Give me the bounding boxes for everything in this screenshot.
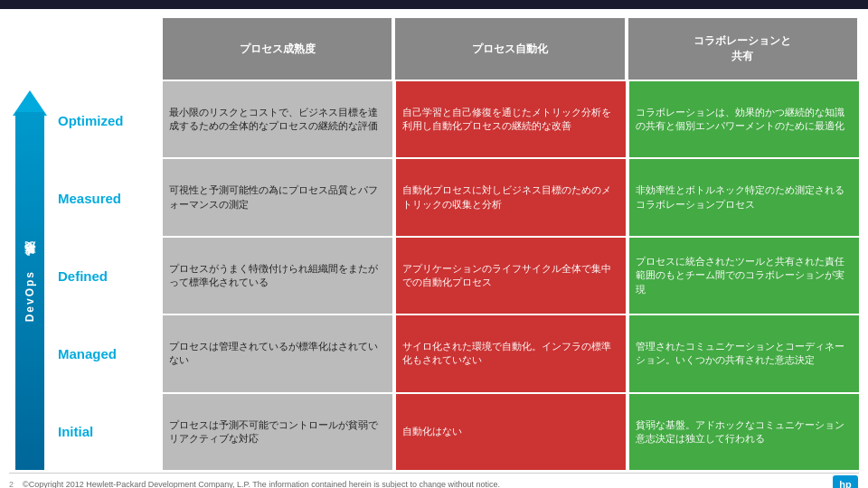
cell-managed-0: プロセスは管理されているが標準化はされていない (163, 315, 392, 391)
cell-managed-1: サイロ化された環境で自動化。インフラの標準化もされていない (396, 315, 626, 391)
copyright-text: ©Copyright 2012 Hewlett-Packard Developm… (23, 480, 500, 488)
data-row-initial: プロセスは予測不可能でコントロールが貧弱でリアクティブな対応自動化はない貧弱な基… (163, 394, 859, 470)
cell-defined-1: アプリケーションのライフサイクル全体で集中での自動化プロセス (396, 238, 626, 314)
svg-text:hp: hp (839, 479, 852, 488)
cell-optimized-0: 最小限のリスクとコストで、ビジネス目標を達成するための全体的なプロセスの継続的な… (163, 81, 392, 157)
data-row-managed: プロセスは管理されているが標準化はされていないサイロ化された環境で自動化。インフ… (163, 315, 859, 391)
column-headers: プロセス成熟度プロセス自動化コラボレーションと 共有 (163, 18, 857, 80)
cell-measured-0: 可視性と予測可能性の為にプロセス品質とパフォーマンスの測定 (163, 159, 392, 235)
cell-initial-0: プロセスは予測不可能でコントロールが貧弱でリアクティブな対応 (163, 394, 392, 470)
devops-arrow: DevOps 成熟度 (13, 90, 47, 470)
cell-managed-2: 管理されたコミュニケーションとコーディネーション。いくつかの共有された意志決定 (629, 315, 859, 391)
row-label-managed: Managed (54, 314, 163, 392)
cell-optimized-1: 自己学習と自己修復を通じたメトリック分析を利用し自動化プロセスの継続的な改善 (396, 81, 626, 157)
hp-logo: hp (832, 475, 859, 488)
column-header-process-maturity: プロセス成熟度 (163, 18, 392, 80)
data-grid: 最小限のリスクとコストで、ビジネス目標を達成するための全体的なプロセスの継続的な… (163, 81, 859, 470)
column-header-process-automation: プロセス自動化 (395, 18, 624, 80)
labels-section: DevOps 成熟度 OptimizedMeasuredDefinedManag… (9, 81, 163, 470)
cell-initial-1: 自動化はない (396, 394, 626, 470)
cell-initial-2: 貧弱な基盤。アドホックなコミュニケーション意志決定は独立して行われる (629, 394, 859, 470)
cell-defined-0: プロセスがうまく特徴付けられ組織間をまたがって標準化されている (163, 238, 392, 314)
footer: 2 ©Copyright 2012 Hewlett-Packard Develo… (9, 473, 859, 488)
row-label-defined: Defined (54, 237, 163, 314)
slide: DevOps 成熟度 OptimizedMeasuredDefinedManag… (0, 9, 868, 488)
row-label-measured: Measured (54, 159, 163, 237)
cell-defined-2: プロセスに統合されたツールと共有された責任範囲のもとチーム間でのコラボレーション… (629, 238, 859, 314)
page-number: 2 (9, 480, 14, 488)
column-header-collaboration: コラボレーションと 共有 (628, 18, 857, 80)
row-label-initial: Initial (54, 392, 163, 470)
data-row-defined: プロセスがうまく特徴付けられ組織間をまたがって標準化されているアプリケーションの… (163, 238, 859, 314)
row-label-optimized: Optimized (54, 81, 163, 159)
devops-label: DevOps 成熟度 (23, 260, 38, 323)
cell-measured-1: 自動化プロセスに対しビジネス目標のためのメトリックの収集と分析 (396, 159, 626, 235)
arrow-shaft: DevOps 成熟度 (15, 112, 44, 470)
cell-optimized-2: コラボレーションは、効果的かつ継続的な知識の共有と個別エンパワーメントのために最… (629, 81, 859, 157)
data-row-measured: 可視性と予測可能性の為にプロセス品質とパフォーマンスの測定自動化プロセスに対しビ… (163, 159, 859, 235)
cell-measured-2: 非効率性とボトルネック特定のため測定されるコラボレーションプロセス (629, 159, 859, 235)
data-row-optimized: 最小限のリスクとコストで、ビジネス目標を達成するための全体的なプロセスの継続的な… (163, 81, 859, 157)
row-labels: OptimizedMeasuredDefinedManagedInitial (54, 81, 163, 470)
